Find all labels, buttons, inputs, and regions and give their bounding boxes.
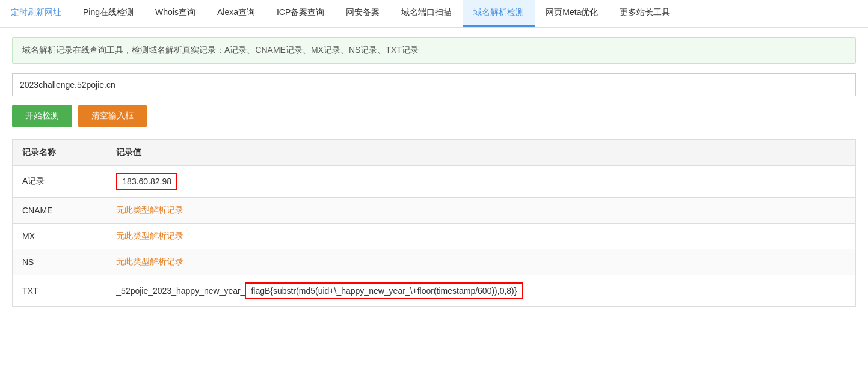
table-row: TXT_52pojie_2023_happy_new_year_flagB{su… xyxy=(13,275,856,307)
nav-item-0[interactable]: 定时刷新网址 xyxy=(0,0,72,27)
record-name: MX xyxy=(13,224,106,249)
record-value: 183.60.82.98 xyxy=(106,166,856,198)
info-text: 域名解析记录在线查询工具，检测域名解析真实记录：A记录、CNAME记录、MX记录… xyxy=(22,45,419,55)
nav-bar: 定时刷新网址Ping在线检测Whois查询Alexa查询ICP备案查询网安备案域… xyxy=(0,0,868,28)
record-value: _52pojie_2023_happy_new_year_flagB{subst… xyxy=(106,275,856,307)
table-header: 记录名称 记录值 xyxy=(13,140,856,166)
result-table: 记录名称 记录值 A记录183.60.82.98CNAME无此类型解析记录MX无… xyxy=(12,139,856,307)
nav-item-6[interactable]: 域名端口扫描 xyxy=(390,0,463,27)
nav-item-2[interactable]: Whois查询 xyxy=(144,0,206,27)
nav-item-7[interactable]: 域名解析检测 xyxy=(463,0,535,27)
domain-input[interactable] xyxy=(12,73,856,96)
table-row: MX无此类型解析记录 xyxy=(13,224,856,249)
col-header-name: 记录名称 xyxy=(13,140,106,166)
record-name: TXT xyxy=(13,275,106,307)
record-value: 无此类型解析记录 xyxy=(106,198,856,224)
txt-flag-highlighted: flagB{substr(md5(uid+\_happy_new_year_\+… xyxy=(245,282,523,299)
nav-item-1[interactable]: Ping在线检测 xyxy=(72,0,144,27)
info-box: 域名解析记录在线查询工具，检测域名解析真实记录：A记录、CNAME记录、MX记录… xyxy=(12,37,856,64)
record-name: CNAME xyxy=(13,198,106,224)
record-value: 无此类型解析记录 xyxy=(106,224,856,249)
clear-button[interactable]: 清空输入框 xyxy=(78,105,147,127)
nav-item-9[interactable]: 更多站长工具 xyxy=(609,0,681,27)
col-header-value: 记录值 xyxy=(106,140,856,166)
nav-item-8[interactable]: 网页Meta优化 xyxy=(535,0,609,27)
table-row: A记录183.60.82.98 xyxy=(13,166,856,198)
record-value: 无此类型解析记录 xyxy=(106,249,856,275)
start-button[interactable]: 开始检测 xyxy=(12,105,72,127)
table-body: A记录183.60.82.98CNAME无此类型解析记录MX无此类型解析记录NS… xyxy=(13,166,856,307)
value-highlighted: 183.60.82.98 xyxy=(116,173,177,190)
nav-item-3[interactable]: Alexa查询 xyxy=(206,0,266,27)
record-name: A记录 xyxy=(13,166,106,198)
record-name: NS xyxy=(13,249,106,275)
table-row: CNAME无此类型解析记录 xyxy=(13,198,856,224)
txt-prefix: _52pojie_2023_happy_new_year_ xyxy=(116,286,245,296)
table-row: NS无此类型解析记录 xyxy=(13,249,856,275)
nav-item-4[interactable]: ICP备案查询 xyxy=(266,0,335,27)
nav-item-5[interactable]: 网安备案 xyxy=(335,0,390,27)
button-group: 开始检测 清空输入框 xyxy=(12,105,856,127)
main-content: 域名解析记录在线查询工具，检测域名解析真实记录：A记录、CNAME记录、MX记录… xyxy=(0,28,868,317)
